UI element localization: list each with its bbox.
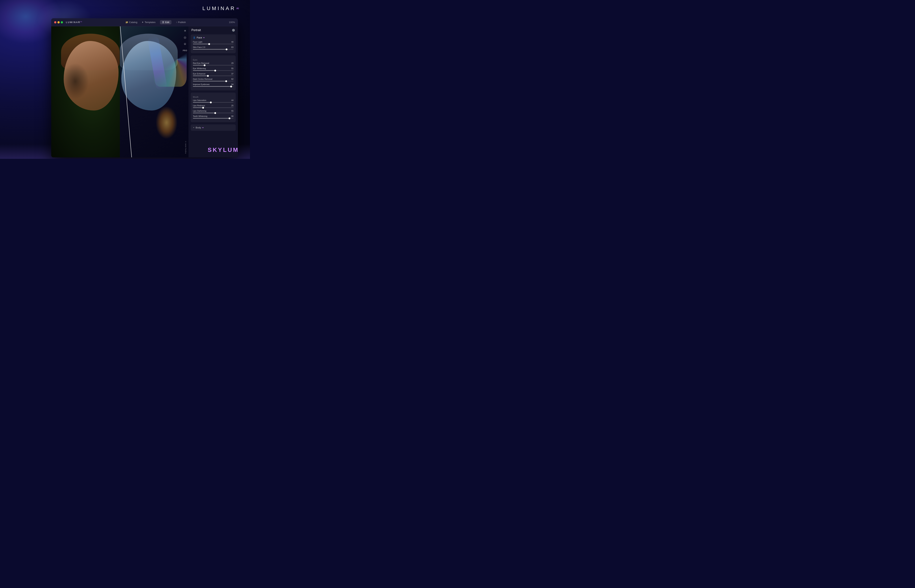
lips-darkening-value: 55 — [230, 110, 233, 112]
teeth-whitening-label: Teeth Whitening — [193, 115, 207, 117]
eye-enhancer-value: 37 — [230, 73, 233, 75]
nav-edit[interactable]: ☰ Edit — [160, 20, 171, 24]
face-section-icon: 👤 — [193, 36, 196, 39]
face-ai-badge: AI — [203, 37, 205, 39]
red-eye-value: 29 — [230, 62, 233, 64]
side-icon-strip: ☀ ◎ ☺ PRO — [181, 26, 189, 55]
eye-enhancer-slider: Eye Enhancer 37 — [193, 73, 233, 76]
face-section: 👤 Face AI Face Light 40 — [191, 34, 236, 53]
photo-after — [120, 26, 189, 157]
improve-eyebrows-label: Improve Eyebrows — [193, 83, 210, 86]
body-star-icon: ✦ — [193, 126, 194, 129]
lips-saturation-value: 44 — [230, 99, 233, 101]
main-content: © Javier Pardina ☀ ◎ ☺ PRO Portrait 🕐 👤 … — [51, 26, 238, 157]
face-light-label: Face Light — [193, 41, 202, 43]
brightness-icon-btn[interactable]: ☀ — [182, 28, 188, 34]
teeth-whitening-value: 90 — [230, 115, 233, 117]
title-bar: LUMINARAI 📁 Catalog ✦ Templates ☰ Edit ↑… — [51, 18, 238, 26]
image-area: © Javier Pardina — [51, 26, 189, 157]
nav-bar: 📁 Catalog ✦ Templates ☰ Edit ↑ Publish — [125, 20, 186, 24]
skylum-text: SKYLUM — [208, 147, 239, 153]
lips-saturation-track[interactable] — [193, 102, 233, 103]
nav-templates[interactable]: ✦ Templates — [142, 21, 155, 24]
red-eye-label: Red Eye Removal — [193, 62, 209, 64]
body-section-title: Body — [196, 126, 201, 129]
eye-whitening-slider: Eye Whitening 55 — [193, 67, 233, 71]
lips-saturation-slider: Lips Saturation 44 — [193, 99, 233, 103]
app-window: LUMINARAI 📁 Catalog ✦ Templates ☰ Edit ↑… — [51, 18, 238, 157]
red-eye-track[interactable] — [193, 65, 233, 66]
eye-whitening-label: Eye Whitening — [193, 67, 206, 69]
right-panel: Portrait 🕐 👤 Face AI Face Light 40 — [189, 26, 238, 157]
app-title: LUMINARAI — [66, 21, 82, 24]
panel-header: Portrait 🕐 — [189, 26, 238, 33]
improve-eyebrows-slider: Improve Eyebrows 94 — [193, 83, 233, 87]
portrait-icon-btn[interactable]: ☺ — [182, 41, 188, 47]
lips-redness-label: Lips Redness — [193, 105, 205, 107]
dark-circles-track[interactable] — [193, 81, 233, 81]
face-light-value: 40 — [230, 41, 233, 43]
body-section[interactable]: ✦ Body AI — [191, 124, 236, 131]
traffic-lights — [54, 21, 63, 23]
watermark: © Javier Pardina — [185, 141, 187, 153]
eye-enhancer-track[interactable] — [193, 76, 233, 76]
eye-whitening-track[interactable] — [193, 70, 233, 71]
eyes-section-label: Eyes — [193, 59, 233, 61]
face-light-slider: Face Light 40 — [193, 41, 233, 44]
dark-circles-value: 82 — [230, 78, 233, 80]
nav-publish[interactable]: ↑ Publish — [176, 21, 186, 24]
logo-ai-badge: AI — [236, 7, 239, 10]
teeth-whitening-slider: Teeth Whitening 90 — [193, 115, 233, 118]
templates-icon: ✦ — [142, 21, 144, 24]
improve-eyebrows-value: 94 — [230, 83, 233, 86]
lips-darkening-label: Lips Darkening — [193, 110, 206, 112]
slim-face-track[interactable] — [193, 49, 233, 50]
lips-saturation-label: Lips Saturation — [193, 99, 206, 101]
slim-face-label: Slim Face 2.0 — [193, 46, 205, 48]
catalog-icon: 📁 — [125, 21, 128, 24]
eyes-section: Eyes Red Eye Removal 29 Eye Whitenin — [191, 55, 236, 90]
history-icon[interactable]: 🕐 — [232, 29, 235, 32]
lips-darkening-slider: Lips Darkening 55 — [193, 110, 233, 113]
face-section-title: Face — [197, 36, 202, 39]
slim-face-value: 83 — [230, 46, 233, 48]
maximize-button[interactable] — [61, 21, 63, 23]
face-light-track[interactable] — [193, 44, 233, 44]
panel-title: Portrait — [191, 29, 201, 32]
lips-redness-track[interactable] — [193, 107, 233, 108]
publish-icon: ↑ — [176, 21, 177, 24]
photo-container: © Javier Pardina — [51, 26, 189, 157]
eye-enhancer-label: Eye Enhancer — [193, 73, 205, 75]
slim-face-slider: Slim Face 2.0 83 — [193, 46, 233, 50]
dark-circles-label: Dark Circles Removal — [193, 78, 212, 80]
face-section-header: 👤 Face AI — [193, 36, 233, 39]
dark-circles-slider: Dark Circles Removal 82 — [193, 78, 233, 81]
eye-whitening-value: 55 — [230, 67, 233, 69]
photo-before — [51, 26, 120, 157]
effects-icon-btn[interactable]: ◎ — [182, 34, 188, 40]
pro-label[interactable]: PRO — [182, 48, 188, 53]
skylum-logo: SKYLUM — [208, 147, 239, 153]
improve-eyebrows-track[interactable] — [193, 86, 233, 87]
lips-redness-slider: Lips Redness 25 — [193, 105, 233, 108]
edit-icon: ☰ — [162, 21, 164, 24]
logo-text: LUMINAR — [202, 5, 236, 11]
lips-redness-value: 25 — [230, 105, 233, 107]
nav-catalog[interactable]: 📁 Catalog — [125, 21, 137, 24]
body-ai-badge: AI — [202, 127, 204, 128]
minimize-button[interactable] — [57, 21, 60, 23]
lips-darkening-track[interactable] — [193, 113, 233, 113]
mouth-section-label: Mouth — [193, 96, 233, 98]
red-eye-slider: Red Eye Removal 29 — [193, 62, 233, 66]
luminar-top-logo: LUMINAR AI — [202, 5, 239, 11]
zoom-level: 100% — [229, 21, 235, 24]
teeth-whitening-track[interactable] — [193, 118, 233, 118]
mouth-section: Mouth Lips Saturation 44 Lips Rednes — [191, 92, 236, 122]
close-button[interactable] — [54, 21, 57, 23]
